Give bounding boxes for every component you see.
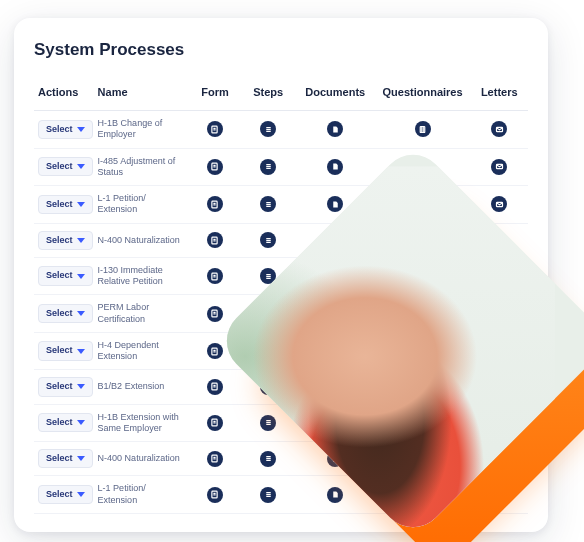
steps-icon[interactable]	[260, 451, 276, 467]
form-icon[interactable]	[207, 415, 223, 431]
select-button[interactable]: Select	[38, 413, 93, 432]
chevron-down-icon	[77, 420, 85, 425]
col-name: Name	[94, 76, 190, 111]
select-label: Select	[46, 489, 73, 500]
col-letters: Letters	[470, 76, 528, 111]
select-button[interactable]: Select	[38, 120, 93, 139]
form-icon[interactable]	[207, 379, 223, 395]
select-label: Select	[46, 199, 73, 210]
col-steps: Steps	[241, 76, 296, 111]
select-button[interactable]: Select	[38, 304, 93, 323]
process-name: I-485 Adjustment of Status	[94, 148, 190, 186]
form-icon[interactable]	[207, 306, 223, 322]
chevron-down-icon	[77, 127, 85, 132]
documents-icon[interactable]	[327, 196, 343, 212]
select-button[interactable]: Select	[38, 157, 93, 176]
form-icon[interactable]	[207, 196, 223, 212]
letters-icon[interactable]	[491, 159, 507, 175]
select-label: Select	[46, 161, 73, 172]
form-icon[interactable]	[207, 487, 223, 503]
documents-icon[interactable]	[327, 121, 343, 137]
steps-icon[interactable]	[260, 232, 276, 248]
steps-icon[interactable]	[260, 159, 276, 175]
select-button[interactable]: Select	[38, 377, 93, 396]
process-name: L-1 Petition/ Extension	[94, 186, 190, 224]
form-icon[interactable]	[207, 343, 223, 359]
select-label: Select	[46, 417, 73, 428]
steps-icon[interactable]	[260, 121, 276, 137]
form-icon[interactable]	[207, 121, 223, 137]
form-icon[interactable]	[207, 451, 223, 467]
process-name: N-400 Naturalization	[94, 442, 190, 476]
chevron-down-icon	[77, 164, 85, 169]
steps-icon[interactable]	[260, 487, 276, 503]
select-label: Select	[46, 345, 73, 356]
select-button[interactable]: Select	[38, 449, 93, 468]
process-name: B1/B2 Extension	[94, 370, 190, 404]
table-row: Select H-1B Change of Employer	[34, 111, 528, 149]
chevron-down-icon	[77, 456, 85, 461]
chevron-down-icon	[77, 384, 85, 389]
documents-icon[interactable]	[327, 487, 343, 503]
chevron-down-icon	[77, 349, 85, 354]
select-button[interactable]: Select	[38, 195, 93, 214]
select-button[interactable]: Select	[38, 485, 93, 504]
col-questionnaires: Questionnaires	[375, 76, 471, 111]
chevron-down-icon	[77, 202, 85, 207]
steps-icon[interactable]	[260, 415, 276, 431]
process-name: PERM Labor Certification	[94, 295, 190, 333]
page-title: System Processes	[34, 40, 528, 60]
letters-icon[interactable]	[491, 121, 507, 137]
chevron-down-icon	[77, 274, 85, 279]
process-name: H-1B Extension with Same Employer	[94, 404, 190, 442]
select-label: Select	[46, 124, 73, 135]
steps-icon[interactable]	[260, 196, 276, 212]
process-name: N-400 Naturalization	[94, 223, 190, 257]
select-label: Select	[46, 270, 73, 281]
chevron-down-icon	[77, 238, 85, 243]
form-icon[interactable]	[207, 268, 223, 284]
letters-icon[interactable]	[491, 196, 507, 212]
select-button[interactable]: Select	[38, 231, 93, 250]
svg-rect-6	[420, 126, 425, 132]
form-icon[interactable]	[207, 159, 223, 175]
select-label: Select	[46, 381, 73, 392]
process-name: L-1 Petition/ Extension	[94, 476, 190, 514]
process-name: I-130 Immediate Relative Petition	[94, 257, 190, 295]
table-row: Select I-485 Adjustment of Status	[34, 148, 528, 186]
select-button[interactable]: Select	[38, 341, 93, 360]
select-label: Select	[46, 308, 73, 319]
select-label: Select	[46, 453, 73, 464]
col-form: Form	[189, 76, 240, 111]
chevron-down-icon	[77, 492, 85, 497]
process-name: H-1B Change of Employer	[94, 111, 190, 149]
process-name: H-4 Dependent Extension	[94, 332, 190, 370]
select-button[interactable]: Select	[38, 266, 93, 285]
chevron-down-icon	[77, 311, 85, 316]
questionnaires-icon[interactable]	[415, 121, 431, 137]
documents-icon[interactable]	[327, 159, 343, 175]
select-label: Select	[46, 235, 73, 246]
col-actions: Actions	[34, 76, 94, 111]
form-icon[interactable]	[207, 232, 223, 248]
col-documents: Documents	[296, 76, 375, 111]
